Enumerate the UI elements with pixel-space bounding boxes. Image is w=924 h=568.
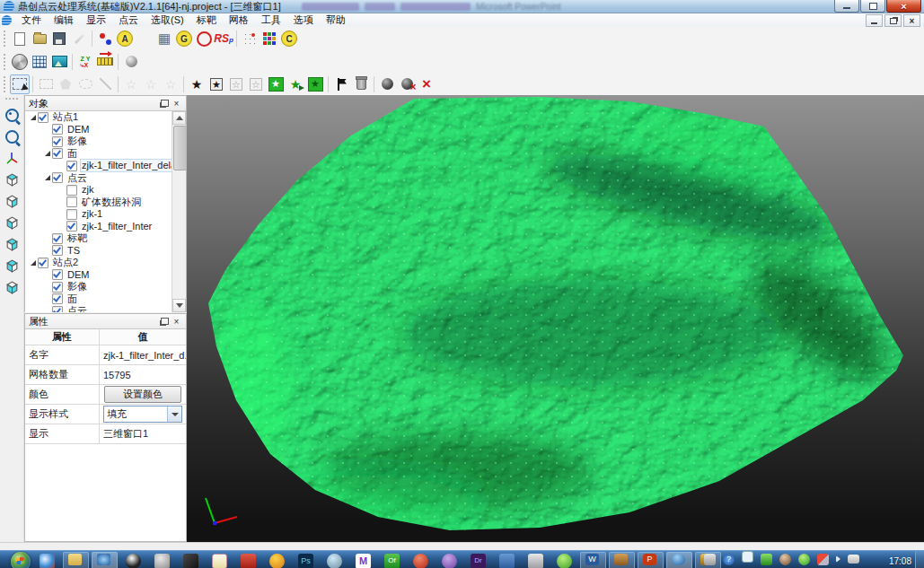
close-panel-button[interactable]: × [171, 98, 182, 109]
tree-item[interactable]: zjk [25, 184, 186, 197]
line-select-button[interactable] [95, 74, 115, 94]
user-tray-icon[interactable] [779, 554, 791, 565]
star-black-button[interactable]: ★ [187, 74, 207, 94]
taskbar-dark-app-icon[interactable] [183, 554, 198, 568]
star-green-box-button[interactable]: ★ [266, 74, 286, 94]
point-cloud-button[interactable] [135, 29, 154, 48]
sphere-button[interactable] [121, 52, 141, 72]
checkbox[interactable] [52, 269, 63, 280]
polygon-select-button[interactable] [56, 74, 75, 94]
expander-icon[interactable] [29, 115, 38, 120]
menu-pointcloud[interactable]: 点云 [112, 13, 145, 27]
view-cube-left-button[interactable] [2, 213, 22, 232]
keyboard-layout-icon[interactable] [848, 555, 859, 564]
stamp-out-button[interactable]: ☆ [246, 74, 266, 94]
menu-edit[interactable]: 编辑 [48, 13, 80, 27]
view-cube-top-left-button[interactable] [2, 256, 22, 275]
tree-item[interactable]: 点云 [25, 172, 186, 185]
mdi-minimize-button[interactable] [866, 14, 883, 27]
expander-icon[interactable] [43, 175, 52, 180]
star-clear-button[interactable]: ☆ [161, 74, 180, 94]
checkbox[interactable] [52, 245, 63, 256]
scroll-down-button[interactable] [172, 299, 186, 312]
checkbox[interactable] [52, 136, 63, 147]
view-cube-top-button[interactable] [2, 170, 22, 189]
circle-a-button[interactable]: A [115, 29, 135, 48]
new-file-button[interactable] [10, 29, 30, 48]
expander-icon[interactable] [29, 260, 38, 266]
link-points-button[interactable] [240, 29, 260, 48]
taskbar-green-app-icon[interactable]: Of [384, 554, 400, 568]
view-cube-right-button[interactable] [2, 191, 22, 211]
taskbar-orange-ball-icon[interactable] [269, 554, 285, 568]
checkbox[interactable] [52, 172, 63, 183]
flag-button[interactable] [331, 74, 351, 94]
viewport-3d[interactable] [187, 95, 924, 542]
taskbar-blue-app-icon[interactable] [499, 554, 515, 568]
scrollbar-thumb[interactable] [173, 126, 186, 170]
register-points-button[interactable] [95, 29, 115, 48]
select-cursor-button[interactable] [10, 74, 30, 94]
property-value[interactable]: 三维窗口1 [100, 424, 186, 443]
checkbox[interactable] [52, 148, 63, 159]
checkbox[interactable] [52, 306, 63, 312]
measure-button[interactable] [95, 52, 115, 72]
objects-panel-titlebar[interactable]: 对象 × [25, 96, 186, 111]
taskbar-notepad-icon[interactable] [212, 554, 227, 568]
tree-item[interactable]: TS [25, 245, 186, 258]
zoom-window-button[interactable] [2, 105, 22, 125]
menu-options[interactable]: 选项 [287, 13, 320, 27]
taskbar-green-ball-icon[interactable] [557, 554, 572, 568]
usb-tray-icon[interactable] [761, 554, 772, 565]
float-panel-button[interactable] [159, 98, 171, 109]
tree-item[interactable]: DEM [25, 269, 186, 282]
circle-g-button[interactable]: G [174, 29, 194, 48]
menu-select[interactable]: 选取(S) [145, 13, 190, 27]
checkbox[interactable] [66, 209, 77, 220]
sphere-dark-button[interactable] [377, 74, 397, 94]
help-tray-icon[interactable]: ? [723, 554, 735, 565]
popup-window-icon[interactable] [742, 551, 753, 563]
delete-button[interactable]: × [417, 74, 436, 94]
circle-c-button[interactable]: C [279, 29, 299, 48]
star-add-button[interactable]: ☆ [121, 74, 141, 94]
speaker-tray-icon[interactable] [836, 555, 840, 563]
tree-item[interactable]: 面 [25, 293, 186, 306]
stamp-in-button[interactable]: ☆ [226, 74, 246, 94]
taskbar-red-app-icon[interactable] [241, 554, 256, 568]
tree-item[interactable]: 影像 [25, 135, 186, 148]
view-cube-sides-button[interactable] [2, 277, 22, 297]
tree-item[interactable]: zjk-1 [25, 208, 186, 221]
checkbox[interactable] [52, 282, 63, 293]
menu-tools[interactable]: 工具 [255, 13, 287, 27]
tree-item[interactable]: 矿体数据补洞 [25, 197, 186, 209]
toolbar-grip[interactable] [3, 30, 7, 48]
close-button[interactable]: × [886, 0, 921, 13]
property-value[interactable]: zjk-1_filter_Inter_d... [100, 345, 186, 364]
taskbar-gray-app-icon[interactable] [528, 554, 543, 568]
zyx-axis-button[interactable]: Z Y⤷X [75, 52, 95, 72]
geosphere-button[interactable] [10, 52, 30, 72]
set-color-button[interactable]: 设置颜色 [104, 386, 181, 403]
taskbar-search-icon[interactable] [154, 554, 170, 568]
checkbox[interactable] [52, 233, 63, 244]
toolbar-grip[interactable] [4, 97, 19, 101]
taskbar-photoshop-icon[interactable]: Ps [298, 554, 313, 568]
taskbar-powerpoint-button[interactable]: P [638, 552, 664, 568]
title-bar[interactable]: 鼎创点云处理系统(基础版)V2.1.1[64]-nj.project - [三维… [0, 0, 924, 13]
grid-button[interactable] [30, 52, 49, 72]
checkbox[interactable] [38, 112, 48, 123]
taskbar-foxmail-icon[interactable]: M [356, 554, 371, 568]
taskbar-explorer-button[interactable] [63, 552, 89, 568]
minimize-button[interactable] [834, 0, 859, 13]
menu-help[interactable]: 帮助 [320, 13, 352, 27]
star-apply-button[interactable]: ★ [305, 74, 325, 94]
tree-item[interactable]: zjk-1_filter_Inter_delaunay [25, 160, 186, 172]
pen-button[interactable] [69, 29, 89, 48]
mdi-close-button[interactable]: × [903, 14, 920, 27]
menu-file[interactable]: 文件 [15, 13, 48, 27]
taskbar-active-app-button[interactable] [92, 552, 118, 568]
star-pick-button[interactable]: ★ [286, 74, 305, 94]
axis-triad-button[interactable] [2, 148, 22, 168]
view-cube-top-right-button[interactable] [2, 234, 22, 254]
